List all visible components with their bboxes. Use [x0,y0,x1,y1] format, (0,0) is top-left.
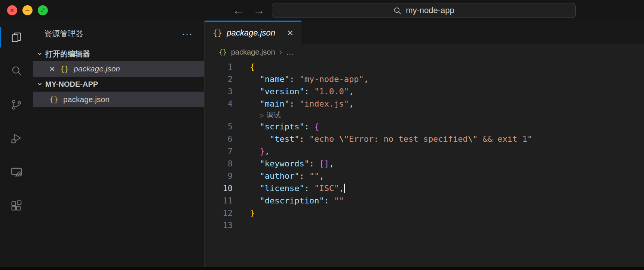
code-line-text: "version": "1.0.0", [250,85,354,98]
line-number: 8 [205,157,233,170]
tab-package-json[interactable]: {} package.json × [205,21,301,44]
activity-explorer-button[interactable] [0,21,33,54]
line-number: 11 [205,194,233,207]
run-icon: ▷ [260,113,264,118]
open-editor-item-package-json[interactable]: × {} package.json [33,61,204,77]
line-number: 4 [205,98,233,110]
activity-run-debug-button[interactable] [0,122,33,155]
indent-guide [260,182,260,194]
tab-label: package.json [227,28,275,38]
code-line-text: } [250,207,255,219]
code-line[interactable]: 7 }, [205,145,644,157]
line-number: 7 [205,145,233,157]
code-line-text: "author": "", [250,170,324,182]
open-editors-label: 打开的编辑器 [45,49,90,59]
breadcrumb-separator-icon: › [279,48,282,56]
json-file-icon: {} [60,64,69,73]
close-icon: × [287,27,293,39]
line-number: 9 [205,170,233,182]
indent-guide [270,133,270,145]
open-editors-section-header[interactable]: 打开的编辑器 [33,47,204,61]
editor-group: {} package.json × {} package.json › … 1{… [205,21,644,270]
sidebar-header: 资源管理器 ··· [33,21,204,47]
titlebar: ← → my-node-app [0,0,644,21]
code-line[interactable]: 4 "main": "index.js", [205,98,644,110]
activity-search-button[interactable] [0,54,33,88]
code-area: 1{2 "name": "my-node-app",3 "version": "… [205,61,644,231]
code-line[interactable]: 8 "keywords": [], [205,157,644,170]
chevron-down-icon [36,50,43,58]
tab-close-button[interactable]: × [287,28,293,38]
code-line-text: "keywords": [], [250,157,334,170]
code-line[interactable]: 11 "description": "" [205,194,644,207]
activity-extensions-button[interactable] [0,189,33,223]
tab-bar: {} package.json × [205,21,644,44]
window-bottom-edge [0,267,644,270]
traffic-lights [0,5,48,15]
minimize-icon [25,7,30,13]
indent-guide [260,157,260,170]
back-button[interactable]: ← [233,4,244,16]
code-line[interactable]: 2 "name": "my-node-app", [205,73,644,85]
code-line-text: { [250,61,255,73]
search-icon [393,6,402,15]
search-value: my-node-app [406,6,454,15]
activity-bar [0,21,33,270]
json-file-icon: {} [213,28,222,37]
code-line[interactable]: 1{ [205,61,644,73]
code-line[interactable]: 10 "license": "ISC", [205,182,644,194]
history-nav: ← → [233,0,265,21]
line-number: 12 [205,207,233,219]
line-number: 5 [205,120,233,133]
forward-arrow-icon: → [253,4,265,17]
window-search[interactable]: my-node-app [272,3,576,18]
source-control-icon [10,98,23,111]
close-window-button[interactable] [7,5,17,15]
project-section-header[interactable]: MY-NODE-APP [33,77,204,92]
code-line-text: "scripts": { [250,120,319,133]
activity-source-control-button[interactable] [0,88,33,122]
file-item-package-json[interactable]: {} package.json [33,92,204,107]
indent-guide [260,120,260,133]
code-line[interactable]: 6 "test": "echo \"Error: no test specifi… [205,133,644,145]
code-line-text: "main": "index.js", [250,98,354,110]
breadcrumb-file[interactable]: package.json [231,48,275,56]
minimize-window-button[interactable] [22,5,33,15]
forward-button[interactable]: → [253,4,265,16]
indent-guide [260,85,260,98]
zoom-window-button[interactable] [38,5,48,15]
line-number: 6 [205,133,233,145]
explorer-title: 资源管理器 [44,28,83,39]
json-file-icon: {} [49,95,58,104]
project-name-label: MY-NODE-APP [45,80,98,89]
activity-remote-explorer-button[interactable] [0,155,33,189]
zoom-icon [40,7,46,13]
extensions-icon [10,199,23,212]
indent-guide [260,98,260,110]
search-icon [10,64,23,78]
close-icon [9,7,15,13]
back-arrow-icon: ← [233,4,244,17]
code-line[interactable]: 5 "scripts": { [205,120,644,133]
line-number: 1 [205,61,233,73]
line-number: 13 [205,219,233,231]
code-line-text: "description": "" [250,194,344,207]
code-line[interactable]: 9 "author": "", [205,170,644,182]
more-actions-button[interactable]: ··· [182,29,193,38]
code-line[interactable]: 13 [205,219,644,231]
close-editor-button[interactable]: × [49,64,55,74]
indent-guide [260,133,260,145]
breadcrumb: {} package.json › … [205,44,644,61]
text-cursor [344,184,345,193]
code-line[interactable]: 3 "version": "1.0.0", [205,85,644,98]
indent-guide [260,170,260,182]
line-number: 3 [205,85,233,98]
codelens-label: 调试 [267,110,281,120]
code-line[interactable]: 12} [205,207,644,219]
code-line-text: "test": "echo \"Error: no test specified… [250,133,532,145]
breadcrumb-more[interactable]: … [286,48,294,56]
json-file-icon: {} [219,48,227,56]
line-number: 2 [205,73,233,85]
ellipsis-icon: ··· [182,28,193,39]
codelens-debug[interactable]: ▷调试 [205,110,644,120]
